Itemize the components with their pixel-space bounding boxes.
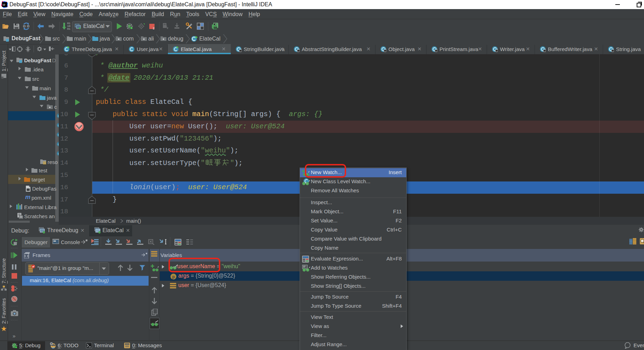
svg-text:IJ: IJ [3, 3, 5, 6]
svg-text:p: p [172, 274, 175, 279]
